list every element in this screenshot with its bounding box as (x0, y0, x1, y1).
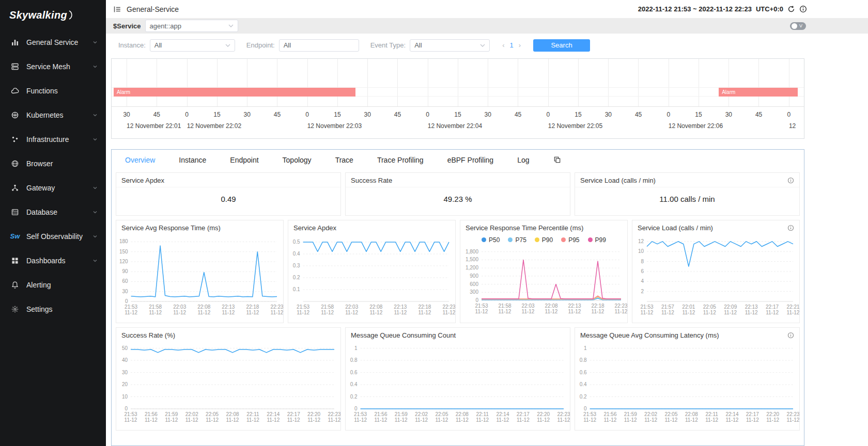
legend-dot (588, 237, 593, 242)
sidebar-item-kubernetes[interactable]: Kubernetes (0, 103, 106, 127)
sidebar-item-browser[interactable]: Browser (0, 151, 106, 176)
svg-text:8: 8 (641, 258, 644, 264)
chevron-down-icon (475, 43, 485, 47)
sidebar-item-alerting[interactable]: Alerting (0, 273, 106, 297)
sidebar: Skywalking General Service Service Mesh … (0, 0, 106, 446)
next-page-button[interactable]: › (519, 41, 521, 49)
service-select-value: agent::app (150, 22, 181, 30)
sidebar-item-label: Service Mesh (26, 62, 70, 71)
svg-text:11-12: 11-12 (321, 310, 334, 315)
sidebar-item-self-observability[interactable]: Sw Self Observability (0, 224, 106, 248)
timeline-tick: 0 (185, 111, 189, 118)
tab-overview[interactable]: Overview (125, 156, 155, 164)
sw-icon: Sw (10, 232, 20, 240)
svg-text:11-12: 11-12 (497, 417, 509, 423)
prev-page-button[interactable]: ‹ (502, 41, 504, 49)
svg-text:0.1: 0.1 (293, 286, 300, 292)
svg-text:1,500: 1,500 (466, 257, 478, 262)
svg-text:11-12: 11-12 (354, 417, 367, 423)
sidebar-item-database[interactable]: Database (0, 200, 106, 224)
tab-trace[interactable]: Trace (335, 156, 353, 164)
svg-text:21:53: 21:53 (354, 411, 367, 417)
timeline-tick: 0 (667, 111, 670, 118)
svg-text:21:57: 21:57 (661, 304, 674, 310)
page-number[interactable]: 1 (509, 41, 513, 49)
svg-text:12: 12 (638, 238, 644, 244)
skywalking-logo: Skywalking (0, 0, 106, 30)
svg-text:21:53: 21:53 (640, 304, 653, 310)
svg-text:22:23: 22:23 (442, 304, 455, 310)
svg-text:4: 4 (641, 278, 644, 284)
sidebar-item-dashboards[interactable]: Dashboards (0, 248, 106, 273)
event-type-select[interactable]: All (410, 39, 490, 52)
svg-text:11-12: 11-12 (145, 417, 158, 423)
svg-text:22:18: 22:18 (418, 304, 431, 310)
sidebar-item-gateway[interactable]: Gateway (0, 176, 106, 200)
sidebar-item-infrastructure[interactable]: Infrastructure (0, 127, 106, 151)
tab-endpoint[interactable]: Endpoint (230, 156, 258, 164)
svg-text:600: 600 (470, 281, 478, 286)
tab-ebpf-profiling[interactable]: eBPF Profiling (447, 156, 493, 164)
search-button[interactable]: Search (533, 39, 590, 52)
event-filter-row: Instance: All Endpoint: All Event Type: … (106, 34, 868, 53)
timeline-tick: 15 (213, 111, 220, 118)
chevron-down-icon (92, 184, 98, 192)
widget-info-icon[interactable] (787, 177, 794, 184)
timeline-tick: 15 (695, 111, 702, 118)
svg-text:22:08: 22:08 (545, 303, 557, 309)
svg-text:21:58: 21:58 (149, 304, 162, 310)
endpoint-input[interactable]: All (279, 39, 359, 52)
timeline-tick: 30 (485, 111, 491, 118)
time-range[interactable]: 2022-11-12 21:53 ~ 2022-11-12 22:23 (638, 5, 752, 13)
copy-dashboard-icon[interactable] (553, 156, 561, 164)
tab-trace-profiling[interactable]: Trace Profiling (377, 156, 424, 164)
tab-topology[interactable]: Topology (283, 156, 312, 164)
widget-info-icon[interactable] (787, 332, 794, 339)
legend-item[interactable]: P95 (561, 236, 579, 244)
svg-text:11-12: 11-12 (165, 417, 178, 423)
legend-item[interactable]: P90 (535, 236, 553, 244)
svg-text:21:53: 21:53 (583, 411, 596, 417)
top-header: General-Service 2022-11-12 21:53 ~ 2022-… (106, 0, 868, 18)
service-select[interactable]: agent::app (145, 20, 238, 32)
toggle-knob (792, 23, 797, 29)
alarm-event-bar[interactable]: Alarm (114, 88, 355, 97)
version-toggle[interactable]: V (790, 22, 806, 30)
legend-item[interactable]: P50 (482, 236, 500, 244)
tab-instance[interactable]: Instance (179, 156, 206, 164)
line-chart: 0.10.20.30.40.521:5311-1221:5811-1222:03… (288, 234, 455, 317)
sidebar-item-service-mesh[interactable]: Service Mesh (0, 54, 106, 78)
collapse-menu-icon[interactable] (113, 5, 121, 13)
chevron-down-icon (92, 38, 98, 46)
stat-value: 0.49 (116, 195, 340, 203)
timeline-tick: 30 (123, 111, 130, 118)
svg-text:11-12: 11-12 (267, 417, 280, 423)
legend-item[interactable]: P99 (588, 236, 606, 244)
sidebar-item-settings[interactable]: Settings (0, 297, 106, 321)
timeline-tick: 45 (153, 111, 160, 118)
timeline-date: 12 November 22:02 (187, 122, 241, 130)
widget-info-icon[interactable] (787, 225, 794, 231)
dashboard-tabs: Overview Instance Endpoint Topology Trac… (112, 150, 804, 170)
info-icon[interactable] (799, 5, 807, 13)
svg-text:22:13: 22:13 (394, 304, 407, 310)
sidebar-item-general-service[interactable]: General Service (0, 30, 106, 54)
sidebar-nav: General Service Service Mesh Functions K… (0, 30, 106, 321)
alarm-event-bar[interactable]: Alarm (719, 88, 798, 97)
tab-log[interactable]: Log (517, 156, 529, 164)
sidebar-item-functions[interactable]: Functions (0, 78, 106, 103)
chevron-down-icon (92, 232, 98, 241)
svg-text:50: 50 (122, 345, 128, 351)
instance-select[interactable]: All (150, 39, 235, 52)
svg-text:11-12: 11-12 (226, 417, 239, 423)
svg-text:11-12: 11-12 (746, 417, 759, 423)
widget-success-rate-value: Success Rate 49.23 % (345, 172, 570, 216)
refresh-icon[interactable] (787, 5, 795, 13)
chevron-down-icon (220, 43, 230, 47)
legend-item[interactable]: P75 (508, 236, 526, 244)
svg-text:11-12: 11-12 (624, 417, 637, 423)
svg-text:30: 30 (122, 369, 128, 375)
svg-text:11-12: 11-12 (703, 310, 716, 315)
svg-text:1: 1 (354, 345, 358, 351)
sidebar-item-label: Settings (26, 305, 53, 313)
